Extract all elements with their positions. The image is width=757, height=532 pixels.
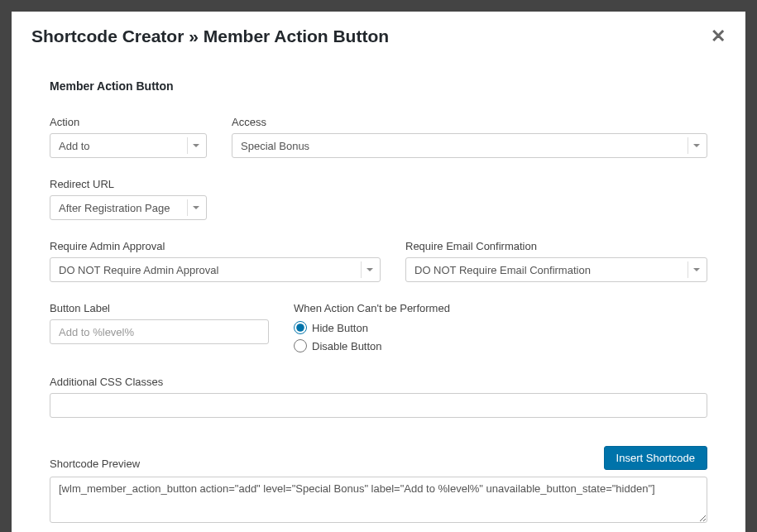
button-label-input[interactable] (50, 319, 269, 344)
preview-label: Shortcode Preview (50, 458, 140, 470)
css-input[interactable] (50, 393, 707, 418)
field-confirm: Require Email Confirmation DO NOT Requir… (405, 240, 707, 282)
shortcode-preview-textarea[interactable] (50, 477, 707, 523)
field-unavailable: When Action Can't be Performed Hide Butt… (294, 302, 707, 356)
field-access: Access Special Bonus (232, 116, 707, 158)
redirect-label: Redirect URL (50, 178, 207, 190)
row-redirect: Redirect URL After Registration Page (50, 178, 707, 220)
row-action-access: Action Add to Access Special Bonus (50, 116, 707, 158)
confirm-label: Require Email Confirmation (405, 240, 707, 252)
redirect-select[interactable]: After Registration Page (50, 195, 207, 220)
radio-hide-button[interactable] (294, 321, 307, 334)
action-select-value: Add to (59, 140, 90, 152)
field-redirect: Redirect URL After Registration Page (50, 178, 207, 220)
access-label: Access (232, 116, 707, 128)
row-button-label-unavailable: Button Label When Action Can't be Perfor… (50, 302, 707, 356)
radio-hide-label: Hide Button (312, 322, 368, 334)
section-title: Member Action Button (50, 79, 726, 93)
button-label-label: Button Label (50, 302, 269, 314)
action-label: Action (50, 116, 207, 128)
confirm-select[interactable]: DO NOT Require Email Confirmation (405, 257, 707, 282)
field-css: Additional CSS Classes (50, 376, 707, 418)
access-select[interactable]: Special Bonus (232, 133, 707, 158)
css-label: Additional CSS Classes (50, 376, 707, 388)
radio-disable-label: Disable Button (312, 340, 382, 352)
close-icon[interactable]: ✕ (711, 27, 726, 46)
row-preview-header: Shortcode Preview Insert Shortcode (50, 446, 707, 470)
shortcode-creator-modal: Shortcode Creator » Member Action Button… (12, 12, 745, 532)
confirm-select-value: DO NOT Require Email Confirmation (414, 264, 591, 276)
modal-title: Shortcode Creator » Member Action Button (31, 26, 389, 46)
radio-disable-row: Disable Button (294, 339, 707, 352)
access-select-value: Special Bonus (241, 140, 309, 152)
row-css: Additional CSS Classes (50, 376, 707, 418)
field-button-label: Button Label (50, 302, 269, 356)
approval-select-value: DO NOT Require Admin Approval (59, 264, 218, 276)
field-approval: Require Admin Approval DO NOT Require Ad… (50, 240, 381, 282)
redirect-select-value: After Registration Page (59, 202, 170, 214)
form-body: Action Add to Access Special Bonus Redir… (31, 116, 726, 525)
radio-disable-button[interactable] (294, 339, 307, 352)
field-action: Action Add to (50, 116, 207, 158)
action-select[interactable]: Add to (50, 133, 207, 158)
approval-select[interactable]: DO NOT Require Admin Approval (50, 257, 381, 282)
row-approval-confirm: Require Admin Approval DO NOT Require Ad… (50, 240, 707, 282)
approval-label: Require Admin Approval (50, 240, 381, 252)
insert-shortcode-button[interactable]: Insert Shortcode (604, 446, 707, 470)
unavailable-label: When Action Can't be Performed (294, 302, 707, 314)
radio-hide-row: Hide Button (294, 321, 707, 334)
modal-header: Shortcode Creator » Member Action Button… (31, 26, 726, 46)
